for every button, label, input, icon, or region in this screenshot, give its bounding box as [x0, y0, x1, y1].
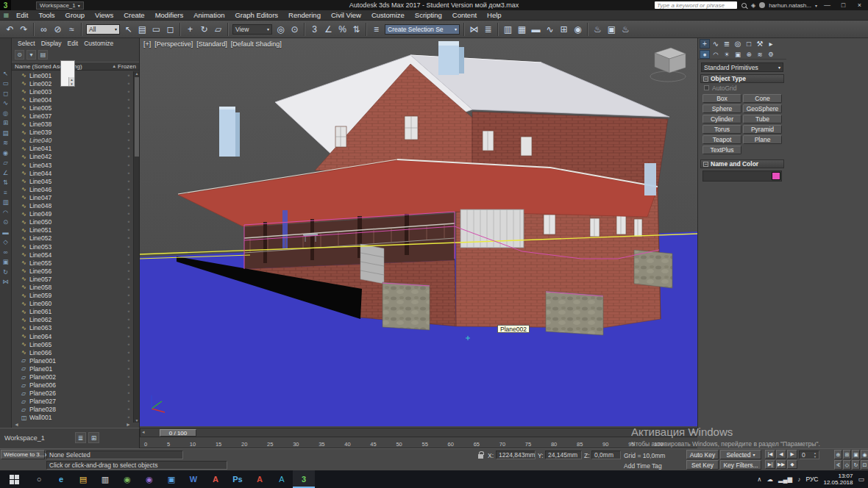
- rectangular-selection-region-icon[interactable]: ▭: [149, 22, 163, 37]
- dock-tool-icon[interactable]: ≋: [1, 139, 10, 147]
- community-icon[interactable]: ◈: [751, 2, 755, 9]
- menu-customize[interactable]: Customize: [366, 10, 410, 20]
- taskbar-search-icon[interactable]: ○: [28, 470, 50, 488]
- object-type-pyramid[interactable]: Pyramid: [743, 125, 782, 134]
- bind-to-space-warp-icon[interactable]: ≈: [65, 22, 79, 37]
- frozen-toggle-icon[interactable]: ∘: [124, 382, 133, 388]
- use-pivot-point-center-icon[interactable]: ◎: [274, 22, 288, 37]
- panel-menu-arrow[interactable]: ▸: [766, 39, 776, 49]
- scene-object-row[interactable]: ∿Line046∘: [12, 185, 133, 193]
- frozen-toggle-icon[interactable]: ∘: [124, 121, 133, 127]
- dock-tool-icon[interactable]: ▤: [1, 129, 10, 137]
- frozen-toggle-icon[interactable]: ∘: [124, 415, 133, 420]
- select-and-move-icon[interactable]: +: [183, 22, 197, 37]
- mirror-icon[interactable]: ⋈: [467, 22, 481, 37]
- frozen-toggle-icon[interactable]: ∘: [124, 334, 133, 340]
- volume-icon[interactable]: ♪: [797, 476, 800, 483]
- menu-help[interactable]: Help: [482, 10, 507, 20]
- explorer-column-header[interactable]: Name (Sorted Ascending) ▲ Frozen: [12, 62, 139, 71]
- explorer-hscroll[interactable]: ◄►: [12, 421, 133, 427]
- chevron-down-icon[interactable]: ▾: [815, 3, 817, 8]
- snaps-toggle-icon[interactable]: 3: [307, 22, 321, 37]
- orbit-icon[interactable]: ↻: [852, 460, 860, 470]
- viewport-label[interactable]: [+][Perspective][Standard][Default Shadi…: [143, 40, 282, 48]
- scene-object-row[interactable]: ∿Line057∘: [12, 275, 133, 283]
- zoom-all-icon[interactable]: ⊞: [843, 450, 851, 459]
- tab-create[interactable]: +: [700, 39, 710, 49]
- dock-tool-icon[interactable]: ▬: [1, 228, 10, 236]
- scene-object-row[interactable]: ∿Line039∘: [12, 129, 133, 137]
- frozen-toggle-icon[interactable]: ∘: [124, 187, 133, 193]
- 3ds-max-logo-icon[interactable]: 3: [0, 0, 11, 10]
- selection-filter-dropdown[interactable]: All▾: [86, 24, 120, 35]
- x-coordinate-field[interactable]: 1224,843mm: [496, 451, 536, 459]
- frozen-toggle-icon[interactable]: ∘: [124, 350, 133, 356]
- frozen-toggle-icon[interactable]: ∘: [124, 244, 133, 250]
- scene-object-row[interactable]: ▱Plane001∘: [12, 356, 133, 365]
- explorer-menu-edit[interactable]: Edit: [65, 40, 82, 47]
- scene-object-row[interactable]: ∿Line041∘: [12, 145, 133, 153]
- dock-tool-icon[interactable]: ∞: [1, 248, 10, 256]
- frozen-toggle-icon[interactable]: ∘: [124, 293, 133, 298]
- scene-object-row[interactable]: ∿Line042∘: [12, 153, 133, 161]
- scene-object-row[interactable]: ∿Line065∘: [12, 340, 133, 348]
- frozen-toggle-icon[interactable]: ∘: [124, 252, 133, 258]
- frozen-toggle-icon[interactable]: ∘: [124, 284, 133, 290]
- taskbar-file-explorer-icon[interactable]: ▤: [72, 470, 94, 488]
- spinner-arrows-icon[interactable]: ▲▼: [814, 451, 817, 459]
- avatar[interactable]: [759, 2, 765, 8]
- toggle-ribbon-icon[interactable]: ▬: [529, 22, 543, 37]
- scene-object-row[interactable]: ∿Line058∘: [12, 283, 133, 291]
- scene-object-row[interactable]: ∿Line048∘: [12, 202, 133, 210]
- taskbar-reader-icon[interactable]: A: [249, 470, 271, 488]
- object-type-torus[interactable]: Torus: [702, 125, 741, 134]
- y-coordinate-field[interactable]: 24,145mm: [545, 451, 582, 459]
- scene-object-row[interactable]: ▱Plane01∘: [12, 365, 133, 373]
- dock-tool-icon[interactable]: ⊞: [1, 119, 10, 127]
- frozen-toggle-icon[interactable]: ∘: [124, 317, 133, 323]
- dock-tool-icon[interactable]: ▱: [1, 159, 10, 167]
- play-button[interactable]: ▶: [787, 450, 797, 459]
- previous-frame-button[interactable]: ◀: [776, 450, 786, 459]
- explorer-menu-customize[interactable]: Customize: [81, 40, 116, 47]
- z-coordinate-field[interactable]: 0,0mm: [591, 451, 621, 459]
- scene-object-row[interactable]: ▱Plane002∘: [12, 373, 133, 381]
- workspace-selector[interactable]: Workspace_1 ▾: [36, 1, 84, 10]
- clock[interactable]: 13:07 12.05.2018: [823, 473, 853, 486]
- selection-lock-icon[interactable]: [478, 454, 483, 459]
- viewport-3d-scene[interactable]: [140, 38, 697, 428]
- viewport-menu-standard[interactable]: [Standard]: [196, 40, 227, 48]
- taskbar-autocad-icon[interactable]: A: [271, 470, 293, 488]
- object-type-cone[interactable]: Cone: [743, 94, 782, 103]
- frozen-toggle-icon[interactable]: ∘: [124, 137, 133, 143]
- category-systems[interactable]: ⚙: [766, 50, 776, 59]
- frozen-toggle-icon[interactable]: ∘: [124, 398, 133, 404]
- scene-object-row[interactable]: ∿Line040∘: [12, 137, 133, 145]
- scene-object-row[interactable]: ∿Line051∘: [12, 226, 133, 234]
- find-icon[interactable]: ⊙: [15, 50, 24, 60]
- set-key-button[interactable]: Set Key: [686, 460, 719, 470]
- key-filters-button[interactable]: Key Filters...: [720, 460, 761, 470]
- frozen-toggle-icon[interactable]: ∘: [124, 211, 133, 217]
- frozen-toggle-icon[interactable]: ∘: [124, 146, 133, 151]
- scene-object-row[interactable]: ∿Line043∘: [12, 161, 133, 169]
- frozen-toggle-icon[interactable]: ∘: [124, 406, 133, 412]
- rendered-frame-window-icon[interactable]: ▣: [605, 22, 619, 37]
- frozen-toggle-icon[interactable]: ∘: [124, 260, 133, 266]
- taskbar-acrobat-icon[interactable]: A: [204, 470, 227, 488]
- object-type-plane[interactable]: Plane: [743, 135, 782, 144]
- object-type-box[interactable]: Box: [702, 94, 741, 103]
- frozen-toggle-icon[interactable]: ∘: [124, 97, 133, 103]
- scene-object-row[interactable]: ∿Line005∘: [12, 104, 133, 112]
- angle-snap-toggle-icon[interactable]: ∠: [321, 22, 335, 37]
- dock-tool-icon[interactable]: ▣: [1, 258, 10, 266]
- align-icon[interactable]: ≣: [481, 22, 495, 37]
- category-cameras[interactable]: ▣: [733, 50, 743, 59]
- frozen-toggle-icon[interactable]: ∘: [124, 276, 133, 282]
- scene-object-row[interactable]: ∿Line037∘: [12, 112, 133, 120]
- dock-tool-icon[interactable]: ↻: [1, 268, 10, 276]
- zoom-extents-all-icon[interactable]: ◉: [861, 450, 868, 459]
- dock-tool-icon[interactable]: ◎: [1, 109, 10, 117]
- scene-object-row[interactable]: ∿Line047∘: [12, 193, 133, 201]
- scroll-up-icon[interactable]: ▲: [134, 71, 140, 76]
